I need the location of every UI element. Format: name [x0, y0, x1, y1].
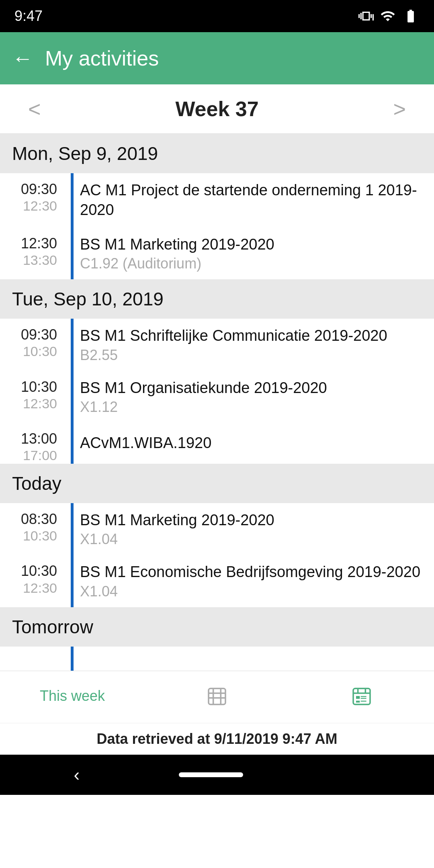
entry-content — [80, 647, 434, 671]
week-nav: < Week 37 > — [0, 84, 434, 134]
svg-rect-12 — [356, 701, 360, 703]
svg-rect-11 — [356, 696, 360, 699]
schedule-mon: 09:30 12:30 AC M1 Project de startende o… — [0, 173, 434, 279]
time-col: 10:30 12:30 — [0, 371, 64, 423]
tab-this-week[interactable]: This week — [0, 688, 145, 704]
tab-calendar-agenda[interactable] — [289, 685, 434, 707]
table-row[interactable]: 10:30 12:30 BS M1 Economische Bedrijfsom… — [0, 555, 434, 607]
time-col: 12:30 13:30 — [0, 227, 64, 279]
data-retrieved-bar: Data retrieved at 9/11/2019 9:47 AM — [0, 723, 434, 755]
next-week-button[interactable]: > — [385, 96, 414, 121]
table-row[interactable]: 10:30 12:30 BS M1 Organisatiekunde 2019-… — [0, 371, 434, 423]
table-row[interactable]: 08:30 10:30 BS M1 Marketing 2019-2020 X1… — [0, 503, 434, 555]
day-header-mon: Mon, Sep 9, 2019 — [0, 134, 434, 173]
vibrate-icon — [358, 8, 374, 24]
entry-content: BS M1 Marketing 2019-2020 C1.92 (Auditor… — [80, 227, 434, 279]
event-bar — [71, 423, 74, 464]
battery-icon — [402, 8, 420, 24]
event-bar — [71, 647, 74, 671]
day-header-tue: Tue, Sep 10, 2019 — [0, 279, 434, 319]
table-row[interactable]: 09:30 10:30 BS M1 Schriftelijke Communic… — [0, 319, 434, 371]
data-retrieved-text: Data retrieved at 9/11/2019 9:47 AM — [97, 731, 338, 747]
time-col: 10:30 12:30 — [0, 555, 64, 607]
schedule-tomorrow — [0, 647, 434, 671]
prev-week-button[interactable]: < — [20, 96, 49, 121]
svg-rect-15 — [361, 701, 366, 702]
entry-content: BS M1 Marketing 2019-2020 X1.04 — [80, 503, 434, 555]
schedule-today: 08:30 10:30 BS M1 Marketing 2019-2020 X1… — [0, 503, 434, 607]
event-bar — [71, 503, 74, 555]
event-bar — [71, 555, 74, 607]
time-col — [0, 647, 64, 671]
event-bar — [71, 319, 74, 371]
table-row[interactable]: 09:30 12:30 AC M1 Project de startende o… — [0, 173, 434, 227]
schedule-container: Mon, Sep 9, 2019 09:30 12:30 AC M1 Proje… — [0, 134, 434, 671]
status-icons — [358, 8, 420, 24]
entry-content: BS M1 Organisatiekunde 2019-2020 X1.12 — [80, 371, 434, 423]
table-row — [0, 647, 434, 671]
svg-rect-14 — [361, 698, 366, 699]
time-col: 09:30 12:30 — [0, 173, 64, 227]
back-button[interactable]: ← — [12, 48, 33, 69]
bottom-tab-bar: This week — [0, 671, 434, 723]
time-col: 13:00 17:00 — [0, 423, 64, 464]
wifi-icon — [380, 8, 395, 24]
table-row[interactable]: 12:30 13:30 BS M1 Marketing 2019-2020 C1… — [0, 227, 434, 279]
tab-calendar-grid[interactable] — [145, 685, 289, 707]
calendar-grid-icon — [206, 685, 228, 707]
event-bar — [71, 371, 74, 423]
nav-bar: ‹ — [0, 755, 434, 795]
event-bar — [71, 173, 74, 227]
week-title: Week 37 — [175, 97, 258, 121]
android-home-pill[interactable] — [179, 772, 243, 777]
entry-content: ACvM1.WIBA.1920 — [80, 423, 434, 464]
schedule-tue: 09:30 10:30 BS M1 Schriftelijke Communic… — [0, 319, 434, 464]
android-back-button[interactable]: ‹ — [74, 765, 80, 785]
time-col: 08:30 10:30 — [0, 503, 64, 555]
entry-content: BS M1 Economische Bedrijfsomgeving 2019-… — [80, 555, 434, 607]
table-row[interactable]: 13:00 17:00 ACvM1.WIBA.1920 — [0, 423, 434, 464]
status-time: 9:47 — [14, 8, 43, 25]
page-title: My activities — [45, 46, 159, 70]
time-col: 09:30 10:30 — [0, 319, 64, 371]
entry-content: AC M1 Project de startende onderneming 1… — [80, 173, 434, 227]
entry-content: BS M1 Schriftelijke Communicatie 2019-20… — [80, 319, 434, 371]
day-header-today: Today — [0, 464, 434, 503]
svg-rect-13 — [361, 696, 366, 697]
status-bar: 9:47 — [0, 0, 434, 32]
day-header-tomorrow: Tomorrow — [0, 607, 434, 647]
event-bar — [71, 227, 74, 279]
svg-rect-0 — [209, 689, 225, 705]
app-bar: ← My activities — [0, 32, 434, 84]
calendar-agenda-icon — [350, 685, 373, 707]
tab-this-week-label: This week — [40, 688, 105, 704]
